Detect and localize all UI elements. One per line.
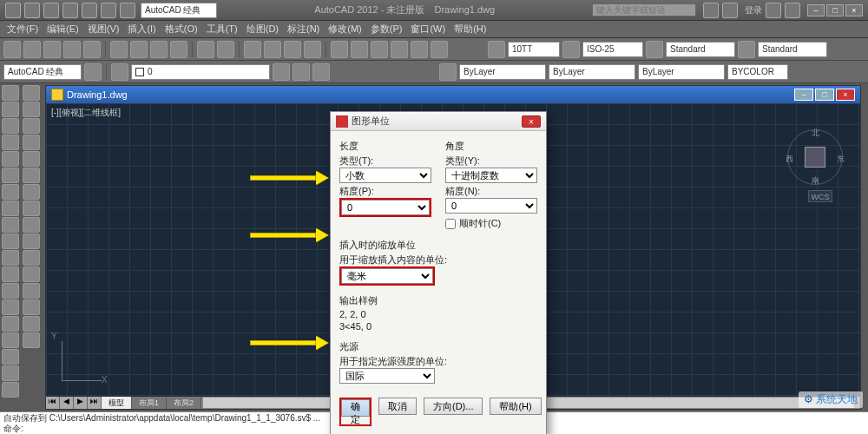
text-icon[interactable] [488, 41, 505, 58]
break-icon[interactable] [23, 266, 40, 282]
tab-prev-icon[interactable]: ◀ [60, 397, 74, 409]
layer-combo[interactable]: 0 [131, 64, 270, 80]
print-icon[interactable] [120, 3, 135, 18]
tab-last-icon[interactable]: ⏭ [88, 397, 102, 409]
paste-icon[interactable] [150, 41, 168, 58]
menu-item-5[interactable]: 工具(T) [207, 23, 238, 36]
menu-item-4[interactable]: 格式(O) [165, 23, 198, 36]
layer-prop-icon[interactable] [111, 63, 128, 81]
quickcalc-icon[interactable] [431, 41, 448, 58]
gradient-icon[interactable] [2, 332, 19, 348]
exchange-icon[interactable] [766, 3, 781, 18]
mirror-icon[interactable] [23, 118, 40, 134]
tab-layout2[interactable]: 布局2 [167, 397, 201, 409]
plotstyle-combo[interactable]: BYCOLOR [727, 64, 788, 80]
layer-state-icon[interactable] [273, 63, 290, 81]
angle-type-select[interactable]: 十进制度数 [445, 168, 537, 183]
color-combo[interactable]: ByLayer [459, 64, 546, 80]
zoom-previous-icon[interactable] [304, 41, 321, 58]
stretch-icon[interactable] [23, 217, 40, 233]
dim-icon[interactable] [562, 41, 580, 58]
spline-icon[interactable] [2, 217, 19, 233]
join-icon[interactable] [23, 283, 40, 299]
explode-icon[interactable] [23, 332, 40, 348]
matchprop-icon[interactable] [170, 41, 187, 58]
menu-item-2[interactable]: 视图(V) [88, 23, 120, 36]
tab-next-icon[interactable]: ▶ [74, 397, 88, 409]
menu-item-11[interactable]: 帮助(H) [454, 23, 486, 36]
print-icon[interactable] [63, 41, 81, 58]
ellipse-arc-icon[interactable] [2, 250, 19, 266]
menu-item-9[interactable]: 参数(P) [371, 23, 403, 36]
viewport-label[interactable]: [-][俯视][二维线框] [51, 107, 121, 119]
undo-icon[interactable] [82, 3, 97, 18]
infocenter-icon[interactable] [703, 3, 719, 18]
move-icon[interactable] [23, 168, 40, 183]
length-precision-select[interactable]: 0 [341, 200, 430, 215]
minimize-button[interactable]: – [807, 4, 825, 16]
viewcube[interactable]: 北 南 东 西 [787, 129, 843, 185]
close-button[interactable]: × [845, 4, 863, 16]
dialog-titlebar[interactable]: 图形单位 × [331, 112, 546, 131]
dimstyle-combo[interactable]: ISO-25 [582, 42, 643, 57]
rectangle-icon[interactable] [2, 151, 19, 167]
offset-icon[interactable] [23, 135, 40, 150]
new-icon[interactable] [3, 41, 21, 58]
designcenter-icon[interactable] [351, 41, 368, 58]
menu-item-10[interactable]: 窗口(W) [411, 23, 445, 36]
doc-restore-button[interactable]: □ [815, 89, 834, 101]
open-icon[interactable] [43, 3, 59, 18]
sheetset-icon[interactable] [391, 41, 408, 58]
open-icon[interactable] [23, 41, 41, 58]
textwidth-combo[interactable]: 10TT [508, 42, 560, 57]
workspace-dropdown[interactable]: AutoCAD 经典 [141, 3, 217, 18]
xline-icon[interactable] [2, 102, 19, 117]
hatch-icon[interactable] [2, 316, 19, 332]
save-icon[interactable] [62, 3, 78, 18]
textstyle2-combo[interactable]: Standard [758, 42, 827, 57]
redo-icon[interactable] [217, 41, 234, 58]
color-icon[interactable] [439, 63, 457, 81]
user-icon[interactable] [722, 3, 738, 18]
pan-icon[interactable] [244, 41, 261, 58]
insert-units-select[interactable]: 毫米 [341, 268, 433, 284]
viewcube-south[interactable]: 南 [812, 175, 819, 187]
undo-icon[interactable] [197, 41, 214, 58]
line-icon[interactable] [2, 85, 19, 101]
tab-first-icon[interactable]: ⏮ [46, 397, 60, 409]
markup-icon[interactable] [411, 41, 428, 58]
erase-icon[interactable] [23, 85, 40, 101]
style2-icon[interactable] [738, 41, 755, 58]
polyline-icon[interactable] [2, 118, 19, 134]
scale-icon[interactable] [23, 201, 40, 216]
rotate-icon[interactable] [23, 184, 40, 200]
menu-item-6[interactable]: 绘图(D) [247, 23, 279, 36]
angle-precision-select[interactable]: 0 [445, 198, 537, 214]
save-icon[interactable] [43, 41, 61, 58]
revcloud-icon[interactable] [2, 201, 19, 216]
viewcube-north[interactable]: 北 [812, 128, 819, 139]
menu-item-0[interactable]: 文件(F) [7, 23, 38, 36]
fillet-icon[interactable] [23, 316, 40, 332]
array-icon[interactable] [23, 151, 40, 167]
tab-model[interactable]: 模型 [102, 397, 132, 409]
zoom-icon[interactable] [264, 41, 281, 58]
chamfer-icon[interactable] [23, 299, 40, 315]
lineweight-combo[interactable]: ByLayer [638, 64, 725, 80]
tab-layout1[interactable]: 布局1 [132, 397, 167, 409]
circle-icon[interactable] [2, 184, 19, 200]
doc-minimize-button[interactable]: – [794, 89, 813, 101]
viewcube-west[interactable]: 西 [786, 154, 793, 165]
style1-icon[interactable] [646, 41, 663, 58]
layer-iso-icon[interactable] [293, 63, 310, 81]
menu-item-3[interactable]: 插入(I) [128, 23, 155, 36]
trim-icon[interactable] [23, 233, 40, 249]
help-icon[interactable] [785, 3, 800, 18]
redo-icon[interactable] [101, 3, 116, 18]
layer-prev-icon[interactable] [312, 63, 330, 81]
mtext-icon[interactable] [2, 382, 19, 398]
region-icon[interactable] [2, 349, 19, 365]
block-make-icon[interactable] [2, 283, 19, 299]
toolpalette-icon[interactable] [371, 41, 388, 58]
help-search-input[interactable] [592, 3, 696, 16]
